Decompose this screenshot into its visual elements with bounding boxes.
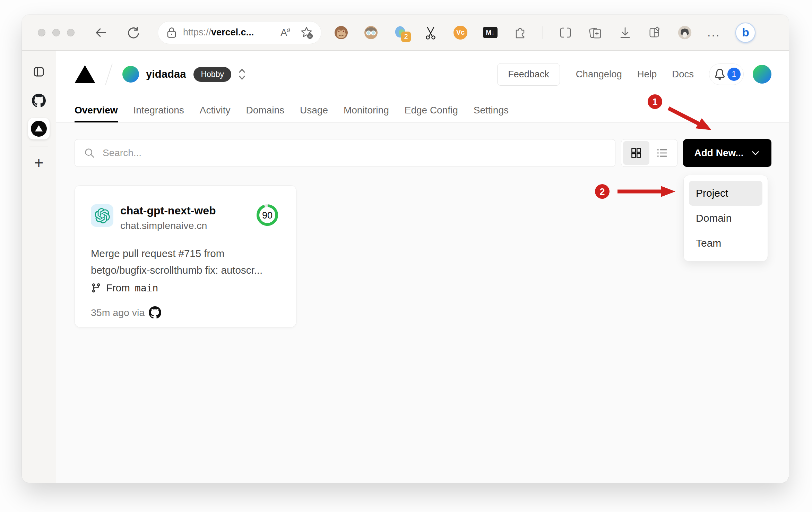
branch-label: From xyxy=(106,282,130,294)
bing-chat-button[interactable]: b xyxy=(735,23,755,43)
add-new-label: Add New... xyxy=(694,147,743,159)
branch-name: main xyxy=(135,282,158,294)
grid-view-icon xyxy=(630,147,642,159)
deployment-meta: 35m ago via xyxy=(91,306,280,319)
breadcrumb-slash xyxy=(105,63,113,85)
git-branch-icon xyxy=(91,283,101,293)
avatar-extension-icon[interactable] xyxy=(364,25,378,40)
notifications-button[interactable]: 1 xyxy=(709,63,744,85)
project-name[interactable]: chat-gpt-next-web xyxy=(120,204,216,217)
chevron-down-icon xyxy=(751,148,760,158)
sound-waves-icon xyxy=(287,27,293,33)
team-name[interactable]: yidadaa xyxy=(146,68,186,80)
menu-item-team[interactable]: Team xyxy=(689,231,762,256)
tab-overview[interactable]: Overview xyxy=(75,98,118,122)
openai-logo-icon xyxy=(95,208,110,223)
browser-window: https://vercel.c... A 2 Vc M↓ xyxy=(22,15,789,483)
vercel-tab-active[interactable] xyxy=(28,118,50,139)
read-aloud-button[interactable]: A xyxy=(280,27,293,38)
close-window-button[interactable] xyxy=(38,29,45,36)
zoom-window-button[interactable] xyxy=(67,29,75,36)
github-tab-icon[interactable] xyxy=(32,94,46,108)
view-toggle xyxy=(621,139,677,167)
menu-item-domain[interactable]: Domain xyxy=(689,206,762,231)
branch-row: From main xyxy=(91,282,280,294)
tab-activity[interactable]: Activity xyxy=(200,98,231,122)
tab-settings[interactable]: Settings xyxy=(474,98,509,122)
bell-icon xyxy=(714,69,725,80)
minimize-window-button[interactable] xyxy=(52,29,60,36)
read-aloud-label: A xyxy=(280,27,287,38)
extensions-puzzle-icon[interactable] xyxy=(513,25,527,40)
analytics-score-ring[interactable]: 90 xyxy=(255,203,279,227)
add-new-menu: Project Domain Team xyxy=(683,175,768,262)
address-bar[interactable]: https://vercel.c... A xyxy=(158,21,321,44)
plan-badge: Hobby xyxy=(193,67,231,82)
sidebar-toggle-icon[interactable] xyxy=(33,66,45,78)
tab-edge-config[interactable]: Edge Config xyxy=(405,98,458,122)
search-input[interactable] xyxy=(103,147,606,159)
team-switcher-button[interactable] xyxy=(237,67,247,81)
grid-view-button[interactable] xyxy=(623,141,649,165)
markdown-extension-icon[interactable]: M↓ xyxy=(483,25,498,40)
collections-button[interactable] xyxy=(588,25,603,40)
project-search[interactable] xyxy=(75,139,615,167)
add-new-button[interactable]: Add New... xyxy=(683,139,771,167)
traffic-lights xyxy=(38,29,75,36)
proxy-extension-icon[interactable]: 2 xyxy=(394,25,408,40)
tab-usage[interactable]: Usage xyxy=(300,98,328,122)
menu-item-project[interactable]: Project xyxy=(689,181,762,206)
project-avatar xyxy=(91,204,113,227)
profile-avatar[interactable] xyxy=(677,25,692,40)
list-view-button[interactable] xyxy=(649,141,676,165)
back-icon xyxy=(94,26,107,39)
help-link[interactable]: Help xyxy=(637,69,657,80)
vercel-logo[interactable] xyxy=(75,65,95,83)
dashboard-body: Add New... Project Domain Team xyxy=(56,123,789,483)
add-favorite-button[interactable] xyxy=(300,26,313,40)
vercel-page: yidadaa Hobby Feedback Changelog Help Do… xyxy=(56,51,789,483)
github-icon xyxy=(149,306,161,319)
search-icon xyxy=(84,147,95,159)
workspaces-button[interactable] xyxy=(648,25,662,40)
refresh-button[interactable] xyxy=(127,26,140,39)
list-view-icon xyxy=(656,147,668,159)
score-value: 90 xyxy=(262,210,273,221)
notification-count-badge: 1 xyxy=(727,68,741,81)
vc-extension-icon[interactable]: Vc xyxy=(453,25,468,40)
vercel-header: yidadaa Hobby Feedback Changelog Help Do… xyxy=(56,51,789,123)
project-card[interactable]: chat-gpt-next-web chat.simplenaive.cn 90… xyxy=(75,185,296,327)
new-tab-button[interactable]: + xyxy=(34,155,44,171)
refresh-icon xyxy=(127,26,140,39)
latest-commit-message: Merge pull request #715 from betgo/bugfi… xyxy=(91,245,275,279)
proxy-badge: 2 xyxy=(401,32,411,42)
browser-toolbar: https://vercel.c... A 2 Vc M↓ xyxy=(22,15,789,51)
sidebar-divider xyxy=(29,146,48,146)
extensions-strip: 2 Vc M↓ xyxy=(334,23,777,43)
project-domain[interactable]: chat.simplenaive.cn xyxy=(120,220,216,231)
tab-integrations[interactable]: Integrations xyxy=(133,98,184,122)
tampermonkey-extension-icon[interactable] xyxy=(334,25,348,40)
url-scheme: https:// xyxy=(183,27,211,38)
team-avatar xyxy=(122,66,139,83)
tab-domains[interactable]: Domains xyxy=(246,98,284,122)
lock-icon xyxy=(166,27,177,38)
feedback-button[interactable]: Feedback xyxy=(497,63,560,86)
toolbar-more-button[interactable]: ... xyxy=(707,26,720,39)
changelog-link[interactable]: Changelog xyxy=(576,69,622,80)
scissors-extension-icon[interactable] xyxy=(423,25,438,40)
docs-link[interactable]: Docs xyxy=(672,69,694,80)
downloads-button[interactable] xyxy=(618,25,632,40)
user-avatar[interactable] xyxy=(753,65,771,84)
edge-sidebar: + xyxy=(22,51,56,483)
split-screen-button[interactable] xyxy=(558,25,573,40)
dashboard-tabs: Overview Integrations Activity Domains U… xyxy=(75,98,771,122)
deployment-time: 35m ago via xyxy=(91,307,145,318)
toolbar-divider xyxy=(543,26,543,39)
back-button[interactable] xyxy=(94,26,107,39)
vercel-tab-icon xyxy=(31,121,47,137)
tab-monitoring[interactable]: Monitoring xyxy=(344,98,389,122)
chevron-updown-icon xyxy=(237,67,247,81)
url-host: vercel.c... xyxy=(211,27,254,38)
breadcrumb: yidadaa Hobby Feedback Changelog Help Do… xyxy=(75,51,771,98)
